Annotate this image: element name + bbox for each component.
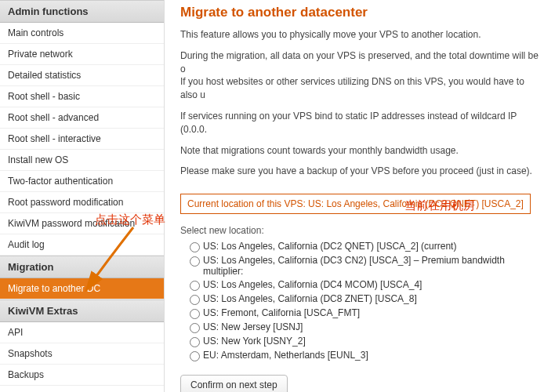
location-option[interactable]: US: Los Angeles, California (DC4 MCOM) […: [190, 279, 544, 291]
location-radio[interactable]: [190, 256, 200, 267]
sidebar-item[interactable]: Audit log: [0, 234, 164, 256]
location-label: US: New Jersey [USNJ]: [203, 321, 303, 332]
sidebar-item[interactable]: Backups: [0, 365, 164, 386]
info-text: If services running on your VPS bind to …: [180, 110, 544, 136]
location-radio[interactable]: [190, 281, 200, 291]
info-text: Please make sure you have a backup of yo…: [180, 165, 544, 178]
sidebar-item[interactable]: Snapshots: [0, 343, 164, 365]
sidebar-section-header: KiwiVM Extras: [0, 299, 164, 322]
location-radio[interactable]: [190, 242, 200, 252]
sidebar-item[interactable]: Two-factor authentication: [0, 171, 164, 192]
sidebar-item[interactable]: API: [0, 322, 164, 343]
info-text: Note that migrations count towards your …: [180, 144, 544, 158]
location-option[interactable]: US: New Jersey [USNJ]: [190, 321, 544, 333]
location-radio[interactable]: [190, 337, 200, 347]
location-label: US: New York [USNY_2]: [203, 336, 306, 347]
sidebar-section-header: Admin functions: [0, 0, 164, 23]
location-option[interactable]: EU: Amsterdam, Netherlands [EUNL_3]: [190, 350, 544, 361]
confirm-button[interactable]: Confirm on next step: [180, 375, 288, 392]
sidebar-item[interactable]: Main controls: [0, 23, 164, 44]
sidebar: Admin functionsMain controlsPrivate netw…: [0, 0, 165, 392]
location-option[interactable]: US: New York [USNY_2]: [190, 336, 544, 347]
location-label: US: Los Angeles, California (DC4 MCOM) […: [203, 279, 422, 290]
sidebar-item[interactable]: Root shell - interactive: [0, 129, 164, 150]
sidebar-item[interactable]: Migrate to another DC: [0, 278, 164, 299]
location-radio[interactable]: [190, 351, 200, 361]
current-location-box: Current location of this VPS: US: Los An…: [180, 194, 531, 214]
sidebar-section-header: Migration: [0, 256, 164, 278]
sidebar-item[interactable]: Detailed statistics: [0, 65, 164, 86]
select-location-label: Select new location:: [180, 225, 544, 236]
location-label: US: Los Angeles, California (DC3 CN2) [U…: [203, 255, 544, 277]
location-label: US: Los Angeles, California (DC2 QNET) […: [203, 241, 456, 252]
location-option[interactable]: US: Los Angeles, California (DC2 QNET) […: [190, 241, 544, 252]
location-radio-group: US: Los Angeles, California (DC2 QNET) […: [190, 241, 544, 361]
location-option[interactable]: US: Los Angeles, California (DC8 ZNET) […: [190, 293, 544, 305]
location-option[interactable]: US: Fremont, California [USCA_FMT]: [190, 307, 544, 319]
sidebar-item[interactable]: Root shell - advanced: [0, 107, 164, 129]
intro-text: This feature allows you to physically mo…: [180, 28, 544, 42]
sidebar-item[interactable]: Root shell - basic: [0, 86, 164, 107]
sidebar-item[interactable]: Root password modification: [0, 192, 164, 213]
page-title: Migrate to another datacenter: [180, 5, 544, 20]
main-content: Migrate to another datacenter This featu…: [165, 0, 544, 392]
location-label: US: Los Angeles, California (DC8 ZNET) […: [203, 293, 417, 304]
migration-note: During the migration, all data on your V…: [180, 49, 544, 102]
location-label: EU: Amsterdam, Netherlands [EUNL_3]: [203, 350, 368, 361]
location-option[interactable]: US: Los Angeles, California (DC3 CN2) [U…: [190, 255, 544, 277]
location-radio[interactable]: [190, 295, 200, 305]
sidebar-item[interactable]: KiwiVM password modification: [0, 213, 164, 234]
sidebar-item[interactable]: Private network: [0, 44, 164, 65]
location-radio[interactable]: [190, 323, 200, 333]
location-label: US: Fremont, California [USCA_FMT]: [203, 307, 360, 318]
sidebar-item[interactable]: Install new OS: [0, 150, 164, 171]
location-radio[interactable]: [190, 309, 200, 319]
